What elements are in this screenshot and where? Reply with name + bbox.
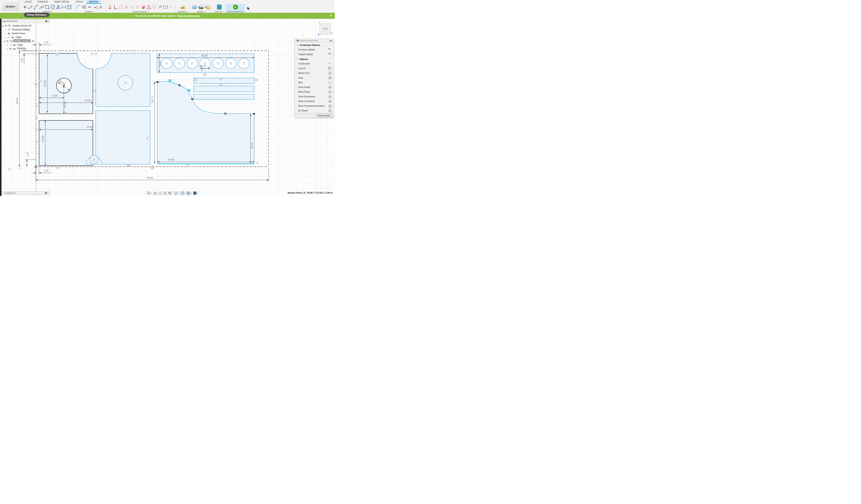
fix-ground-constraint-icon[interactable] xyxy=(107,4,112,10)
browser-row-label[interactable]: Document Settings xyxy=(11,28,31,31)
browser-row-label[interactable]: sample_layouts v13 xyxy=(12,24,32,27)
orbit-button[interactable]: ▾ xyxy=(147,191,152,195)
browser-row-sketches[interactable]: ▷ Sketches xyxy=(2,47,50,51)
tab-tools[interactable]: TOOLS xyxy=(73,0,85,4)
browser-row-sample-layout-1[interactable]: ◢ sample_layout:1 xyxy=(2,39,50,43)
palette-item-3d-sketch[interactable]: 3D Sketch✓ xyxy=(295,108,333,113)
checkbox[interactable]: ✓ xyxy=(329,104,331,107)
activate-component-radio[interactable] xyxy=(32,40,35,42)
close-icon[interactable]: ✕ xyxy=(330,14,332,17)
pan-button[interactable] xyxy=(159,192,162,195)
perpendicular-constraint-icon[interactable] xyxy=(135,4,140,10)
measure-icon[interactable] xyxy=(180,4,185,10)
checkbox[interactable]: ✓ xyxy=(329,95,331,98)
dim-125-bottom[interactable]: 1.25 xyxy=(44,169,49,172)
palette-item-show-projected-geometries[interactable]: Show Projected Geometries✓ xyxy=(295,103,333,108)
palette-item-show-points[interactable]: Show Points✓ xyxy=(295,89,333,94)
eye-icon[interactable] xyxy=(6,40,9,42)
panel-options-icon[interactable]: ⊖ xyxy=(297,40,299,42)
eye-icon[interactable] xyxy=(9,47,12,50)
eye-off-icon[interactable] xyxy=(8,36,11,39)
dim-sq1-v10[interactable]: 10.00 xyxy=(64,102,66,108)
spline-fit-point[interactable] xyxy=(191,98,193,100)
curvature-constraint-icon[interactable] xyxy=(168,4,174,10)
palette-item-construction[interactable]: Construction xyxy=(295,61,333,66)
zoom-button[interactable] xyxy=(163,192,167,195)
browser-row-label[interactable]: Named Views xyxy=(11,32,26,35)
dim-sq2-v22[interactable]: 22.00 xyxy=(41,136,44,142)
tab-sketch[interactable]: SKETCH xyxy=(86,0,100,4)
tab-solid[interactable]: SOLID xyxy=(22,0,34,4)
dim-48[interactable]: 48.00 xyxy=(16,98,18,104)
trim-icon[interactable]: ✂ xyxy=(87,4,92,10)
curvature-display-icon[interactable] xyxy=(328,47,331,52)
lock-constraint-icon[interactable] xyxy=(141,4,146,10)
checkbox[interactable]: ✓ xyxy=(329,86,331,88)
expander-open-icon[interactable]: ◢ xyxy=(2,25,4,27)
palette-item-sketch-grid[interactable]: Sketch Grid✓ xyxy=(295,71,333,75)
look-at-icon[interactable] xyxy=(328,67,331,70)
dim-sq1-v22[interactable]: 22.00 xyxy=(44,81,46,87)
checkbox[interactable]: ✓ xyxy=(329,100,331,103)
browser-row-origin-child[interactable]: ▷ Origin xyxy=(2,43,50,47)
arc-icon[interactable] xyxy=(33,4,39,10)
expander-open-icon[interactable]: ◢ xyxy=(3,40,5,42)
dim-sq2-h22[interactable]: 22.00 xyxy=(87,126,93,128)
panel-drag-handle[interactable] xyxy=(48,192,48,194)
browser-row-root[interactable]: ◢ sample_layouts v13 xyxy=(2,24,50,28)
origin-point-center[interactable] xyxy=(36,166,37,167)
sketch-point-icon[interactable] xyxy=(23,4,28,10)
sketch-point[interactable] xyxy=(96,163,98,165)
marking-menu-button[interactable]: ▾ xyxy=(193,191,198,195)
viewcube-face-top[interactable]: TOP xyxy=(320,24,331,34)
fillet-icon[interactable] xyxy=(76,4,81,10)
equal-constraint-icon[interactable] xyxy=(124,4,129,10)
symmetry-constraint-icon[interactable] xyxy=(163,4,168,10)
expander-closed-icon[interactable]: ▷ xyxy=(5,29,7,30)
checkbox[interactable] xyxy=(329,81,331,84)
dim-125-corner[interactable]: 1.25 xyxy=(26,152,29,157)
dim-strip-40[interactable]: 40.00 xyxy=(202,54,208,57)
part-strip2[interactable] xyxy=(194,78,254,83)
panel-options-icon[interactable]: ⊖ xyxy=(45,20,47,22)
palette-item-show-constraints[interactable]: Show Constraints✓ xyxy=(295,99,333,103)
mirror-icon[interactable] xyxy=(56,4,61,10)
part-square2[interactable] xyxy=(39,121,93,166)
expander-closed-icon[interactable]: ▷ xyxy=(6,44,9,46)
circle-icon[interactable] xyxy=(50,4,55,10)
tangent-display-icon[interactable] xyxy=(328,52,331,56)
line-icon[interactable] xyxy=(28,4,33,10)
dim-sq1-h10[interactable]: 10.00 xyxy=(52,94,58,97)
expand-right-icon[interactable]: ▶▶ xyxy=(330,40,332,42)
look-at-button[interactable] xyxy=(153,192,157,195)
dim-sq1-h22[interactable]: 22.00 xyxy=(85,99,91,102)
part-strip3[interactable] xyxy=(194,86,254,92)
spline-handle-point[interactable] xyxy=(188,89,190,92)
sketch-point[interactable] xyxy=(124,82,126,84)
display-settings-button[interactable]: ▾ xyxy=(174,192,179,195)
rectangle-icon[interactable] xyxy=(45,4,50,10)
browser-row-origin[interactable]: ▷ Origin xyxy=(2,35,50,39)
finish-sketch-icon[interactable]: ✓ xyxy=(233,4,238,10)
viewports-button[interactable]: ▾ xyxy=(187,192,192,195)
dim-strip-6[interactable]: 6.00 xyxy=(159,61,161,66)
palette-item-snap[interactable]: Snap✓ xyxy=(295,75,333,80)
checkbox[interactable]: ✓ xyxy=(329,72,331,74)
browser-row-label-selected[interactable]: sample_layout:1 xyxy=(13,39,30,42)
expander-closed-icon[interactable]: ▷ xyxy=(5,36,7,38)
spline-fit-point[interactable] xyxy=(156,81,159,83)
dimension-icon[interactable] xyxy=(61,4,66,10)
insert-svg-icon[interactable]: SVG xyxy=(206,4,211,10)
tab-surface[interactable]: SURFACE xyxy=(35,0,51,4)
viewcube[interactable]: TOP Y X Z xyxy=(318,23,331,35)
browser-row-label[interactable]: Origin xyxy=(16,44,24,46)
dim-spline-40[interactable]: 40.00 xyxy=(168,158,175,161)
finish-sketch-button[interactable]: Finish Sketch xyxy=(316,114,332,117)
dim-spline-2075[interactable]: 20.75 xyxy=(250,143,253,149)
palette-section-contextual[interactable]: ▾Contextual Options xyxy=(295,42,333,47)
extend-icon[interactable] xyxy=(93,4,98,10)
dim-125-left[interactable]: 1.25 xyxy=(20,58,23,63)
sketch-point[interactable] xyxy=(93,159,95,160)
palette-item-curvature-display[interactable]: Curvature display xyxy=(295,47,333,52)
spline-fit-point[interactable] xyxy=(178,84,180,86)
